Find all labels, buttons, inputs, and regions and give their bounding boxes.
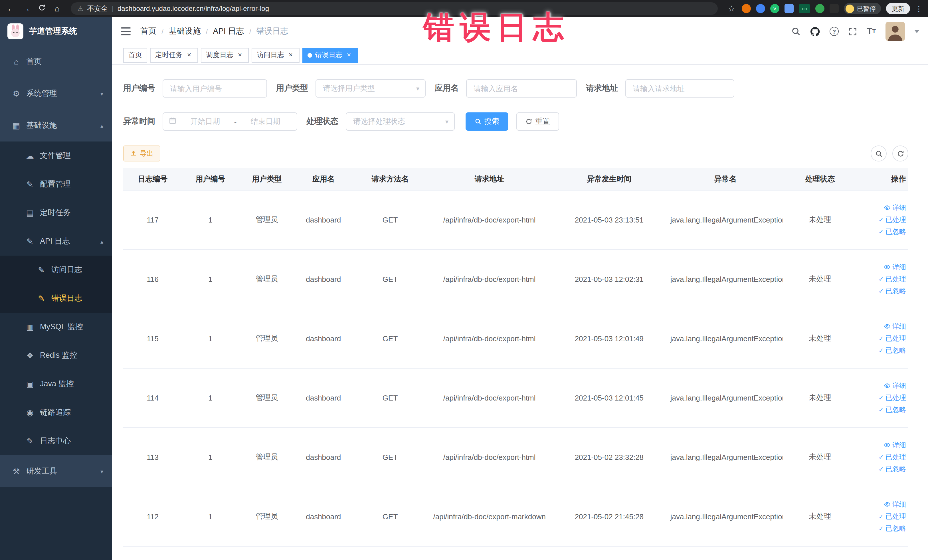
breadcrumb-item[interactable]: 基础设施	[169, 26, 200, 37]
sidebar-item-infra[interactable]: ▦ 基础设施 ▴	[0, 110, 112, 142]
check-icon: ✓	[879, 273, 884, 285]
mark-ignored-link[interactable]: ✓ 已忽略	[859, 404, 906, 416]
extension-icon[interactable]	[830, 4, 839, 13]
sidebar-item-cron-job[interactable]: ▤ 定时任务	[0, 198, 112, 227]
sidebar-item-devtools[interactable]: ⚒ 研发工具 ▾	[0, 455, 112, 487]
forward-icon[interactable]: →	[21, 4, 31, 13]
request-url-input[interactable]	[625, 79, 734, 98]
app-name-input[interactable]	[466, 79, 577, 98]
home-nav-icon[interactable]: ⌂	[52, 4, 62, 13]
caret-down-icon[interactable]	[914, 30, 919, 33]
detail-link[interactable]: 详细	[859, 202, 906, 214]
mark-processed-link[interactable]: ✓ 已处理	[859, 510, 906, 522]
user-avatar[interactable]	[885, 22, 905, 41]
detail-link[interactable]: 详细	[859, 261, 906, 273]
sidebar-item-file-manage[interactable]: ☁ 文件管理	[0, 142, 112, 170]
sidebar-item-log-center[interactable]: ✎ 日志中心	[0, 427, 112, 455]
browser-menu-icon[interactable]: ⋮	[915, 4, 923, 13]
mark-processed-link[interactable]: ✓ 已处理	[859, 451, 906, 463]
sidebar-item-home[interactable]: ⌂ 首页	[0, 46, 112, 78]
extension-icon[interactable]: on	[799, 4, 810, 13]
detail-link[interactable]: 详细	[859, 498, 906, 510]
font-size-icon[interactable]: TT	[867, 27, 876, 36]
mark-ignored-link[interactable]: ✓ 已忽略	[859, 226, 906, 238]
tab-error-log[interactable]: 错误日志 ×	[302, 48, 358, 63]
export-button[interactable]: 导出	[123, 145, 160, 162]
sidebar-item-label: MySQL 监控	[40, 322, 83, 332]
mark-ignored-link[interactable]: ✓ 已忽略	[859, 463, 906, 475]
help-icon[interactable]: ?	[830, 27, 839, 36]
toggle-search-button[interactable]	[871, 145, 887, 162]
sidebar-item-java-monitor[interactable]: ▣ Java 监控	[0, 370, 112, 398]
sidebar-item-error-log[interactable]: ✎ 错误日志	[0, 284, 112, 313]
extension-icon[interactable]	[785, 4, 794, 13]
chevron-up-icon: ▴	[101, 122, 103, 129]
update-button[interactable]: 更新	[886, 3, 910, 14]
cell-process-status: 未处理	[783, 249, 857, 309]
top-header: 首页 / 基础设施 / API 日志 / 错误日志 ? TT	[112, 17, 928, 46]
extension-icon[interactable]	[756, 4, 765, 13]
close-icon[interactable]: ×	[287, 51, 295, 59]
filter-row-2: 异常时间 开始日期 - 结束日期 处理状态 请选择处理状态 ▾ 搜索	[123, 112, 908, 131]
tab-access-log[interactable]: 访问日志 ×	[252, 48, 299, 63]
mark-ignored-link[interactable]: ✓ 已忽略	[859, 344, 906, 356]
sidebar-item-label: 文件管理	[40, 151, 71, 161]
detail-link[interactable]: 详细	[859, 380, 906, 392]
sidebar-item-config-manage[interactable]: ✎ 配置管理	[0, 170, 112, 198]
detail-link-label: 详细	[892, 261, 906, 273]
sidebar-item-system[interactable]: ⚙ 系统管理 ▾	[0, 78, 112, 110]
close-icon[interactable]: ×	[345, 51, 353, 59]
breadcrumb-item[interactable]: API 日志	[213, 26, 244, 37]
extension-icon[interactable]	[742, 4, 751, 13]
sidebar: 芋道管理系统 ⌂ 首页 ⚙ 系统管理 ▾ ▦ 基础设施 ▴ ☁ 文件管理 ✎	[0, 17, 112, 560]
exception-time-range-picker[interactable]: 开始日期 - 结束日期	[163, 112, 297, 131]
fullscreen-icon[interactable]	[849, 27, 857, 36]
mark-ignored-link[interactable]: ✓ 已忽略	[859, 285, 906, 297]
mark-ignored-link[interactable]: ✓ 已忽略	[859, 522, 906, 534]
ignored-link-label: 已忽略	[885, 226, 906, 238]
search-button[interactable]: 搜索	[466, 112, 508, 131]
sidebar-item-mysql-monitor[interactable]: ▥ MySQL 监控	[0, 313, 112, 341]
mark-processed-link[interactable]: ✓ 已处理	[859, 392, 906, 404]
tab-home[interactable]: 首页	[123, 48, 147, 63]
database-icon: ▥	[25, 322, 35, 331]
mark-processed-link[interactable]: ✓ 已处理	[859, 333, 906, 344]
profile-chip[interactable]: 已暂停	[844, 3, 881, 14]
tab-schedule-log[interactable]: 调度日志 ×	[201, 48, 249, 63]
app-logo[interactable]: 芋道管理系统	[0, 17, 112, 46]
col-actions: 操作	[857, 168, 908, 190]
github-icon[interactable]	[810, 26, 820, 36]
security-label[interactable]: 不安全	[87, 4, 108, 14]
breadcrumb-item[interactable]: 首页	[140, 26, 156, 37]
close-icon[interactable]: ×	[236, 51, 244, 59]
collapse-sidebar-icon[interactable]	[121, 27, 131, 35]
reset-button[interactable]: 重置	[516, 112, 559, 131]
sidebar-item-redis-monitor[interactable]: ❖ Redis 监控	[0, 341, 112, 370]
process-status-select[interactable]: 请选择处理状态 ▾	[346, 112, 455, 131]
refresh-button[interactable]	[892, 145, 908, 162]
user-id-input[interactable]	[163, 79, 267, 98]
page-url[interactable]: dashboard.yudao.iocoder.cn/infra/log/api…	[118, 5, 269, 12]
detail-link[interactable]: 详细	[859, 439, 906, 451]
user-type-select[interactable]: 请选择用户类型 ▾	[316, 79, 426, 98]
back-icon[interactable]: ←	[6, 4, 16, 13]
bookmark-star-icon[interactable]: ☆	[726, 4, 737, 13]
mark-processed-link[interactable]: ✓ 已处理	[859, 273, 906, 285]
detail-link[interactable]: 详细	[859, 320, 906, 333]
start-date-placeholder[interactable]: 开始日期	[180, 116, 231, 127]
tab-cron-job[interactable]: 定时任务 ×	[150, 48, 198, 63]
mark-processed-link[interactable]: ✓ 已处理	[859, 214, 906, 226]
sidebar-item-api-log[interactable]: ✎ API 日志 ▴	[0, 227, 112, 256]
sidebar-item-access-log[interactable]: ✎ 访问日志	[0, 256, 112, 284]
extension-icon[interactable]	[815, 4, 824, 13]
search-icon[interactable]	[791, 27, 800, 36]
chevron-up-icon: ▴	[101, 238, 103, 244]
extension-icon[interactable]: V	[770, 4, 779, 13]
address-bar[interactable]: ⚠ 不安全 | dashboard.yudao.iocoder.cn/infra…	[71, 2, 718, 15]
end-date-placeholder[interactable]: 结束日期	[240, 116, 291, 127]
close-icon[interactable]: ×	[185, 51, 193, 59]
reload-icon[interactable]	[37, 4, 47, 13]
sidebar-item-trace[interactable]: ◉ 链路追踪	[0, 398, 112, 427]
home-icon: ⌂	[11, 57, 21, 66]
cell-process-status: 未处理	[783, 368, 857, 427]
